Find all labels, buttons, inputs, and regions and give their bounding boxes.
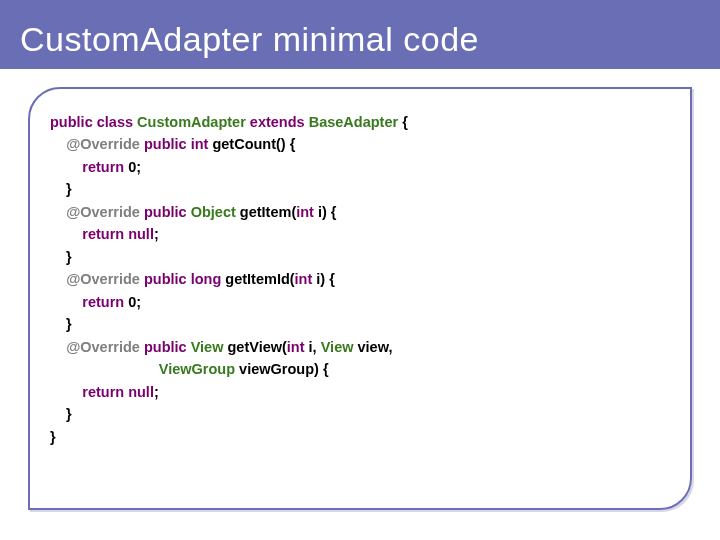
- code-token: public: [144, 339, 191, 355]
- code-token: i) {: [318, 204, 337, 220]
- code-token: viewGroup) {: [239, 361, 328, 377]
- code-token: i) {: [316, 271, 335, 287]
- code-token: CustomAdapter: [137, 114, 250, 130]
- code-token: BaseAdapter: [309, 114, 402, 130]
- code-token: @Override: [66, 271, 144, 287]
- code-block: public class CustomAdapter extends BaseA…: [50, 111, 672, 448]
- code-token: 0;: [128, 294, 141, 310]
- code-token: @Override: [66, 204, 144, 220]
- code-token: i,: [309, 339, 321, 355]
- code-token: [50, 136, 66, 152]
- code-token: null: [128, 226, 154, 242]
- code-token: return: [82, 226, 128, 242]
- code-token: getItemId(: [225, 271, 294, 287]
- code-token: getView(: [227, 339, 286, 355]
- code-token: public: [144, 271, 191, 287]
- code-token: long: [191, 271, 226, 287]
- code-token: return: [82, 294, 128, 310]
- code-token: int: [287, 339, 309, 355]
- code-token: View: [191, 339, 228, 355]
- code-token: view,: [358, 339, 393, 355]
- code-token: [50, 204, 66, 220]
- code-token: ;: [154, 384, 159, 400]
- code-token: }: [50, 406, 72, 422]
- code-token: [50, 226, 82, 242]
- code-token: int: [191, 136, 213, 152]
- code-token: }: [50, 316, 72, 332]
- code-token: }: [50, 249, 72, 265]
- code-token: @Override: [66, 136, 144, 152]
- code-token: [50, 339, 66, 355]
- code-token: public class: [50, 114, 137, 130]
- code-token: extends: [250, 114, 309, 130]
- code-token: [50, 159, 82, 175]
- code-token: @Override: [66, 339, 144, 355]
- code-token: ViewGroup: [159, 361, 239, 377]
- code-token: [50, 294, 82, 310]
- code-token: return: [82, 159, 128, 175]
- code-token: null: [128, 384, 154, 400]
- code-container: public class CustomAdapter extends BaseA…: [28, 87, 692, 510]
- code-token: ;: [154, 226, 159, 242]
- code-token: getCount() {: [212, 136, 295, 152]
- code-token: Object: [191, 204, 240, 220]
- code-token: return: [82, 384, 128, 400]
- code-token: [50, 384, 82, 400]
- code-token: }: [50, 429, 56, 445]
- code-token: public: [144, 136, 191, 152]
- code-token: int: [296, 204, 318, 220]
- code-token: [50, 361, 159, 377]
- code-token: {: [402, 114, 408, 130]
- code-token: getItem(: [240, 204, 296, 220]
- code-token: View: [321, 339, 358, 355]
- code-token: 0;: [128, 159, 141, 175]
- code-token: int: [295, 271, 317, 287]
- slide-title: CustomAdapter minimal code: [0, 0, 720, 69]
- code-token: [50, 271, 66, 287]
- code-token: public: [144, 204, 191, 220]
- code-token: }: [50, 181, 72, 197]
